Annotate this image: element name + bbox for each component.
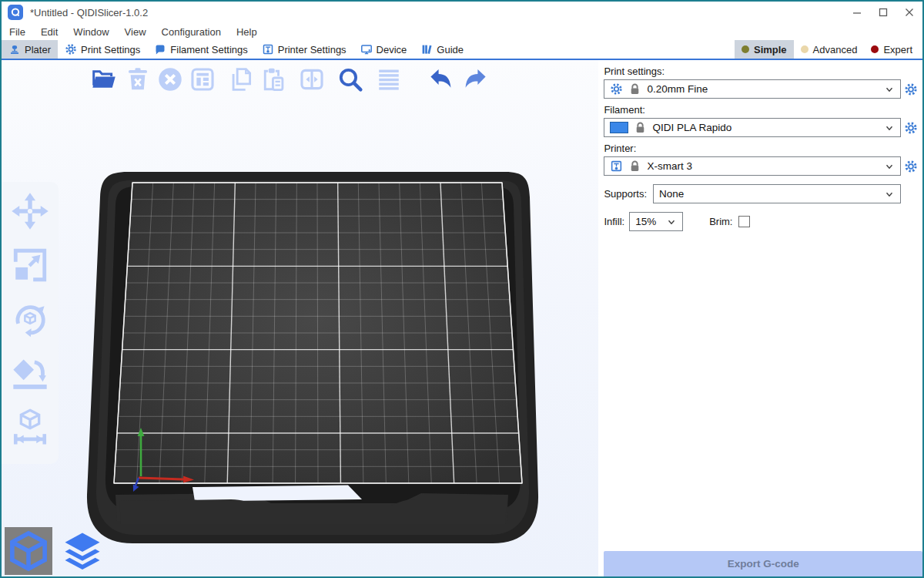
variable-layer-height-button[interactable] <box>374 65 403 94</box>
maximize-button[interactable] <box>870 2 896 23</box>
chevron-down-icon <box>884 84 895 95</box>
move-tool[interactable] <box>10 190 50 233</box>
tab-label: Filament Settings <box>170 44 247 55</box>
app-logo-icon <box>8 5 23 20</box>
chevron-down-icon <box>884 189 895 200</box>
window-title: *Untitled - QIDISlicer-1.0.2 <box>30 7 148 18</box>
guide-icon <box>420 43 433 55</box>
minimize-button[interactable] <box>844 2 870 23</box>
mode-advanced[interactable]: Advanced <box>794 40 865 59</box>
settings-panel: Print settings: 0.20mm Fine Filament: QI… <box>598 60 922 576</box>
plater-icon <box>8 43 21 55</box>
tab-printer-settings[interactable]: Printer Settings <box>255 40 353 59</box>
trash-icon <box>125 66 151 92</box>
menu-view[interactable]: View <box>117 23 154 40</box>
tab-plater[interactable]: Plater <box>2 40 58 59</box>
filament-value: QIDI PLA Rapido <box>652 122 732 133</box>
infill-value: 15% <box>635 216 656 227</box>
copy-button[interactable] <box>226 65 256 94</box>
print-bed <box>77 163 547 549</box>
layers-icon <box>62 530 103 572</box>
printer-value: X-smart 3 <box>647 160 692 172</box>
mode-simple[interactable]: Simple <box>735 40 794 59</box>
open-button[interactable] <box>89 65 119 94</box>
paste-button[interactable] <box>259 65 288 94</box>
tab-filament-settings[interactable]: Filament Settings <box>147 40 254 59</box>
close-button[interactable] <box>896 2 922 23</box>
scale-tool[interactable] <box>10 244 50 287</box>
brim-label: Brim: <box>709 216 732 227</box>
lock-icon <box>628 160 641 173</box>
delete-all-button[interactable] <box>156 65 185 94</box>
chevron-down-icon <box>884 123 895 133</box>
3d-viewport[interactable] <box>2 60 598 576</box>
search-button[interactable] <box>336 65 365 94</box>
print-settings-value: 0.20mm Fine <box>647 83 708 95</box>
print-settings-edit-button[interactable] <box>901 82 921 96</box>
arrange-button[interactable] <box>188 65 217 94</box>
preview-view-button[interactable] <box>59 527 106 575</box>
menu-bar: File Edit Window View Configuration Help <box>2 23 922 40</box>
expert-dot-icon <box>871 45 879 53</box>
circle-x-icon <box>157 66 183 92</box>
redo-button[interactable] <box>460 65 490 94</box>
mode-label: Expert <box>883 44 912 55</box>
infill-label: Infill: <box>604 216 624 227</box>
printer-icon <box>262 43 274 55</box>
supports-label: Supports: <box>604 188 647 200</box>
export-gcode-button[interactable]: Export G-code <box>604 551 922 576</box>
mode-selector: Simple Advanced Expert <box>735 40 922 59</box>
menu-help[interactable]: Help <box>229 23 265 40</box>
delete-button[interactable] <box>123 65 152 94</box>
filament-color-swatch <box>610 122 628 133</box>
title-bar: *Untitled - QIDISlicer-1.0.2 <box>2 2 922 23</box>
measure-tool[interactable] <box>10 405 50 449</box>
menu-file[interactable]: File <box>2 23 33 40</box>
filament-label: Filament: <box>604 104 922 116</box>
filament-icon <box>154 43 166 55</box>
tab-label: Printer Settings <box>278 44 346 55</box>
rotate-icon <box>11 299 49 339</box>
menu-edit[interactable]: Edit <box>33 23 65 40</box>
tab-guide[interactable]: Guide <box>413 40 470 59</box>
printer-icon <box>610 160 623 173</box>
move-icon <box>11 191 49 231</box>
tab-print-settings[interactable]: Print Settings <box>58 40 147 59</box>
app-window: *Untitled - QIDISlicer-1.0.2 File Edit W… <box>0 0 924 578</box>
filament-edit-button[interactable] <box>901 121 921 135</box>
menu-configuration[interactable]: Configuration <box>154 23 229 40</box>
3d-editor-view-button[interactable] <box>5 527 52 575</box>
cube-icon <box>8 530 49 572</box>
undo-button[interactable] <box>427 65 456 94</box>
tab-device[interactable]: Device <box>353 40 414 59</box>
printer-edit-button[interactable] <box>901 160 921 173</box>
advanced-dot-icon <box>801 45 808 53</box>
mode-expert[interactable]: Expert <box>864 40 919 59</box>
filament-dropdown[interactable]: QIDI PLA Rapido <box>604 118 901 137</box>
gear-icon <box>65 43 77 55</box>
layers-list-icon <box>376 66 402 92</box>
lock-icon <box>634 121 647 134</box>
supports-dropdown[interactable]: None <box>653 184 901 203</box>
menu-window[interactable]: Window <box>65 23 116 40</box>
print-settings-dropdown[interactable]: 0.20mm Fine <box>604 79 901 99</box>
split-button[interactable] <box>297 65 326 94</box>
brim-checkbox[interactable] <box>738 216 750 227</box>
mode-label: Advanced <box>813 44 858 55</box>
printer-label: Printer: <box>604 143 922 154</box>
infill-dropdown[interactable]: 15% <box>629 212 683 231</box>
search-icon <box>337 66 363 92</box>
flatten-icon <box>11 353 49 393</box>
tab-label: Plater <box>25 44 51 55</box>
mode-label: Simple <box>754 44 787 55</box>
rotate-tool[interactable] <box>10 297 50 341</box>
folder-open-icon <box>91 66 117 92</box>
lock-icon <box>628 82 641 96</box>
printer-dropdown[interactable]: X-smart 3 <box>604 156 901 176</box>
chevron-down-icon <box>666 217 677 227</box>
gear-icon <box>610 82 623 96</box>
place-on-face-tool[interactable] <box>10 351 50 395</box>
view-switch <box>5 527 106 575</box>
paste-icon <box>260 66 286 92</box>
simple-dot-icon <box>742 45 749 53</box>
